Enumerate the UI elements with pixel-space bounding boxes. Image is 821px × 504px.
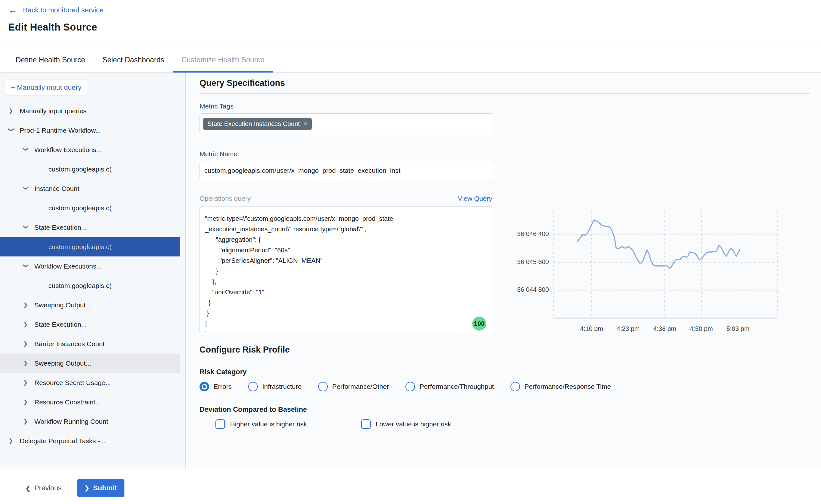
tree-item-resource-constraint[interactable]: ❯ Resource Constraint... [0,392,180,412]
back-link-label: Back to monitored service [23,6,103,14]
query-text: "filter": "metric.type=\"custom.googleap… [205,210,487,332]
tab-define-health-source[interactable]: Define Health Source [7,47,94,72]
x-axis-label-4: 4:50 pm [690,325,713,333]
radio-performance-throughput[interactable]: Performance/Throughput [405,382,494,391]
page-header: ← Back to monitored service Edit Health … [0,0,821,47]
risk-category-label: Risk Category [200,368,810,376]
metric-name-input[interactable] [200,161,492,180]
content-area: + Manually input query ❯ Manually input … [0,73,821,472]
operations-query-textarea[interactable]: "filter": "metric.type=\"custom.googleap… [200,206,492,335]
chevron-right-icon[interactable]: ❯ [23,399,29,405]
operations-query-label: Operations query [200,195,251,202]
radio-selected-icon[interactable] [200,382,209,391]
chevron-right-icon[interactable]: ❯ [23,379,29,386]
wizard-tab-bar: Define Health Source Select Dashboards C… [0,47,821,73]
radio-icon[interactable] [510,382,520,391]
query-specifications-title: Query Specifications [200,78,810,88]
tree-item-prod1-runtime-workflow[interactable]: ❯ Prod-1 Runtime Workflow... [0,121,180,140]
deviation-checkbox-group: Higher value is higher risk Lower value … [200,419,810,429]
tree-item-workflow-executions-1[interactable]: ❯ Workflow Executions... [0,140,180,159]
radio-icon[interactable] [405,382,415,391]
radio-icon[interactable] [318,382,328,391]
x-axis-label-3: 4:36 pm [653,325,676,333]
chevron-down-icon[interactable]: ❯ [23,147,29,152]
tree-leaf-custom-googleapis-2[interactable]: custom.googleapis.c( [0,198,180,218]
section-divider [200,360,810,360]
metric-tree-sidebar: + Manually input query ❯ Manually input … [0,73,186,472]
close-icon[interactable]: × [304,121,307,127]
tree-item-state-execution-1[interactable]: ❯ State Execution... [0,218,180,237]
metric-preview-chart: 36 046 400 36 045 600 36 044 800 [509,207,821,340]
tree-item-instance-count[interactable]: ❯ Instance Count [0,179,180,198]
tab-select-dashboards[interactable]: Select Dashboards [94,47,173,72]
chevron-down-icon[interactable]: ❯ [23,186,29,191]
metric-tag-chip-label: State Execution Instances Count [207,120,300,128]
tree-item-workflow-running-count[interactable]: ❯ Workflow Running Count [0,412,180,431]
radio-infrastructure[interactable]: Infrastructure [248,382,302,391]
metric-tag-chip: State Execution Instances Count × [203,118,312,130]
chevron-right-icon[interactable]: ❯ [23,302,29,308]
chevron-right-icon[interactable]: ❯ [9,108,14,114]
radio-performance-response-time[interactable]: Performance/Response Time [510,382,611,391]
tree-item-barrier-instances-count[interactable]: ❯ Barrier Instances Count [0,334,180,353]
section-divider [200,93,810,94]
deviation-baseline-label: Deviation Compared to Baseline [200,405,810,414]
x-axis-label-5: 5:03 pm [726,325,749,333]
chevron-left-icon: ❮ [25,485,31,492]
tree-leaf-custom-googleapis-3[interactable]: custom.googleapis.c( [0,276,180,295]
tree-leaf-custom-googleapis-selected[interactable]: custom.googleapis.c( [0,237,180,256]
tree-item-manually-input-queries[interactable]: ❯ Manually input queries [0,101,180,121]
tree-item-sweeping-output-2[interactable]: ❯ Sweeping Output... [0,353,180,373]
chevron-right-icon[interactable]: ❯ [23,418,29,425]
x-axis-label-1: 4:10 pm [580,325,603,333]
metric-name-label: Metric Name [200,150,810,158]
checkbox-icon[interactable] [215,419,225,429]
add-manual-query-button[interactable]: + Manually input query [4,80,88,95]
chevron-right-icon: ❯ [85,485,89,492]
tree-item-delegate-perpetual-tasks[interactable]: ❯ Delegate Perpetual Tasks -... [0,431,180,451]
chart-plot [553,207,778,319]
tree-item-sweeping-output-1[interactable]: ❯ Sweeping Output... [0,295,180,315]
query-clip: "filter": "metric.type=\"custom.googleap… [205,210,487,332]
wizard-footer: ❮ Previous ❯ Submit [0,472,821,504]
chevron-right-icon[interactable]: ❯ [23,321,29,328]
tree-item-state-execution-2[interactable]: ❯ State Execution... [0,315,180,334]
chevron-down-icon[interactable]: ❯ [23,225,29,230]
radio-errors[interactable]: Errors [200,382,232,391]
chevron-right-icon[interactable]: ❯ [23,340,29,347]
x-axis-label-2: 4:23 pm [617,325,640,333]
tab-customize-health-source[interactable]: Customize Health Source [173,47,273,72]
checkbox-icon[interactable] [361,419,371,429]
back-arrow-icon: ← [8,6,17,15]
tree-item-resource-secret-usage[interactable]: ❯ Resource Secret Usage... [0,373,180,392]
radio-performance-other[interactable]: Performance/Other [318,382,389,391]
configure-risk-profile-title: Configure Risk Profile [200,345,810,355]
view-query-link[interactable]: View Query [458,195,492,202]
previous-button[interactable]: ❮ Previous [25,484,62,492]
page-title: Edit Health Source [8,22,821,33]
chevron-right-icon[interactable]: ❯ [9,437,14,444]
chevron-right-icon[interactable]: ❯ [23,360,29,367]
query-score-badge: 100 [472,317,486,331]
risk-category-radio-group: Errors Infrastructure Performance/Other … [200,382,810,391]
chevron-down-icon[interactable]: ❯ [23,263,29,269]
back-to-monitored-service-link[interactable]: ← Back to monitored service [8,6,103,15]
submit-button[interactable]: ❯ Submit [77,479,125,497]
tree-leaf-custom-googleapis-1[interactable]: custom.googleapis.c( [0,159,180,179]
y-axis-label-3: 36 044 800 [509,286,549,293]
chevron-down-icon[interactable]: ❯ [8,128,15,133]
y-axis-label-1: 36 046 400 [509,230,549,238]
metric-tags-input[interactable]: State Execution Instances Count × [200,113,492,134]
query-specifications-panel: Query Specifications Metric Tags State E… [186,73,821,472]
radio-icon[interactable] [248,382,258,391]
checkbox-lower-value-higher-risk[interactable]: Lower value is higher risk [361,419,451,429]
metric-line [577,220,740,269]
metric-tags-label: Metric Tags [200,102,810,110]
y-axis-label-2: 36 045 600 [509,258,549,266]
tree-item-workflow-executions-2[interactable]: ❯ Workflow Executions... [0,256,180,276]
checkbox-higher-value-higher-risk[interactable]: Higher value is higher risk [215,419,307,429]
